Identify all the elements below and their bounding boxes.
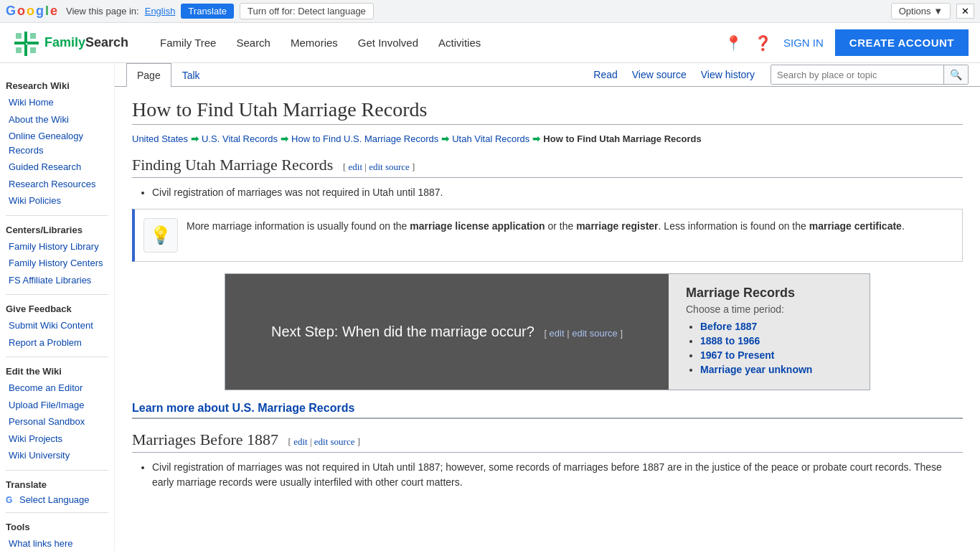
content-list-2: Civil registration of marriages was not … <box>132 460 963 490</box>
translate-bar: Google View this page in: English Transl… <box>0 0 980 23</box>
sign-in-link[interactable]: SIGN IN <box>783 37 824 49</box>
section1-edit-links: [ edit | edit source ] <box>343 161 415 172</box>
nav-right: 📍 ❓ SIGN IN CREATE ACCOUNT <box>725 29 969 56</box>
option-1888-1966[interactable]: 1888 to 1966 <box>700 335 760 347</box>
section1-edit-source-link[interactable]: edit source <box>369 161 410 172</box>
nav-links: Family Tree Search Memories Get Involved… <box>151 31 489 55</box>
decision-edit-source-link[interactable]: edit source <box>572 328 618 339</box>
select-language-link[interactable]: Select Language <box>17 493 93 507</box>
decision-option-4: Marriage year unknown <box>700 364 852 375</box>
decision-edit-link[interactable]: edit <box>550 328 565 339</box>
create-account-button[interactable]: CREATE ACCOUNT <box>835 29 969 56</box>
section1-title: Finding Utah Marriage Records [ edit | e… <box>132 156 963 178</box>
nav-memories[interactable]: Memories <box>282 31 347 55</box>
close-translate-button[interactable]: ✕ <box>956 4 974 19</box>
nav-activities[interactable]: Activities <box>430 31 489 55</box>
tab-talk[interactable]: Talk <box>171 63 211 87</box>
language-link[interactable]: English <box>145 6 176 17</box>
option-year-unknown[interactable]: Marriage year unknown <box>700 364 812 375</box>
sidebar-about-wiki[interactable]: About the Wiki <box>6 111 108 128</box>
breadcrumb-utah-vital-records[interactable]: Utah Vital Records <box>452 133 529 144</box>
sidebar-wiki-university[interactable]: Wiki University <box>6 447 108 464</box>
view-page-text: View this page in: <box>66 6 139 17</box>
content-list-1: Civil registration of marriages was not … <box>132 185 963 200</box>
main-navigation: FamilySearch Family Tree Search Memories… <box>0 23 980 63</box>
sidebar-report-problem[interactable]: Report a Problem <box>6 334 108 352</box>
section2-edit-links: [ edit | edit source ] <box>288 436 360 447</box>
decision-left: Next Step: When did the marriage occur? … <box>225 274 669 390</box>
nav-get-involved[interactable]: Get Involved <box>349 31 427 55</box>
breadcrumb-arrow-2: ➡ <box>281 133 288 144</box>
sidebar-submit-wiki[interactable]: Submit Wiki Content <box>6 317 108 334</box>
sidebar-personal-sandbox[interactable]: Personal Sandbox <box>6 413 108 430</box>
location-icon[interactable]: 📍 <box>725 34 743 52</box>
svg-rect-1 <box>24 32 27 43</box>
breadcrumb-arrow-1: ➡ <box>191 133 199 144</box>
option-before-1887[interactable]: Before 1887 <box>700 321 757 332</box>
help-icon[interactable]: ❓ <box>754 34 772 52</box>
sidebar-family-history-centers[interactable]: Family History Centers <box>6 255 108 272</box>
sidebar-research-resources[interactable]: Research Resources <box>6 176 108 193</box>
tab-view-history[interactable]: View history <box>694 63 762 86</box>
google-g-icon: G <box>6 495 12 505</box>
wiki-tabs: Page Talk Read View source View history … <box>115 63 980 87</box>
sidebar-wiki-projects[interactable]: Wiki Projects <box>6 430 108 448</box>
options-button[interactable]: Options ▼ <box>891 3 951 19</box>
decision-option-3: 1967 to Present <box>700 349 852 361</box>
main-content: Page Talk Read View source View history … <box>115 63 980 551</box>
turn-off-button[interactable]: Turn off for: Detect language <box>240 3 374 19</box>
tip-text: More marriage information is usually fou… <box>187 218 905 234</box>
wiki-search-input[interactable] <box>771 66 943 84</box>
section2-title: Marriages Before 1887 [ edit | edit sour… <box>132 430 963 453</box>
decision-right: Marriage Records Choose a time period: B… <box>669 274 870 390</box>
sidebar-wiki-home[interactable]: Wiki Home <box>6 94 108 111</box>
sidebar-online-genealogy[interactable]: Online Genealogy Records <box>6 128 108 159</box>
breadcrumb-united-states[interactable]: United States <box>132 133 188 144</box>
sidebar-divider-1 <box>6 215 108 216</box>
tip-box: 💡 More marriage information is usually f… <box>132 209 963 262</box>
breadcrumb: United States ➡ U.S. Vital Records ➡ How… <box>132 133 963 144</box>
sidebar-upload-file[interactable]: Upload File/Image <box>6 397 108 414</box>
tab-view-source[interactable]: View source <box>625 63 694 86</box>
svg-rect-4 <box>24 44 27 56</box>
article-title: How to Find Utah Marriage Records <box>132 98 963 125</box>
breadcrumb-us-marriage-records[interactable]: How to Find U.S. Marriage Records <box>291 133 438 144</box>
translate-button[interactable]: Translate <box>181 4 234 19</box>
tab-read[interactable]: Read <box>586 63 624 86</box>
sidebar-become-editor[interactable]: Become an Editor <box>6 380 108 397</box>
tab-page[interactable]: Page <box>126 63 171 87</box>
sidebar-section-translate: Translate <box>6 479 108 490</box>
tip-icon: 💡 <box>143 218 178 253</box>
sidebar-section-edit: Edit the Wiki <box>6 366 108 377</box>
learn-more-link[interactable]: Learn more about U.S. Marriage Records <box>132 402 963 415</box>
decision-right-subtitle: Choose a time period: <box>686 303 852 315</box>
sidebar-what-links-here[interactable]: What links here <box>6 535 108 551</box>
sidebar-wiki-policies[interactable]: Wiki Policies <box>6 192 108 209</box>
svg-rect-2 <box>14 42 26 44</box>
section1-edit-link[interactable]: edit <box>349 161 363 172</box>
wiki-search-box: 🔍 <box>771 65 969 85</box>
breadcrumb-arrow-3: ➡ <box>441 133 449 144</box>
sidebar-family-history-library[interactable]: Family History Library <box>6 238 108 255</box>
bullet-2: Civil registration of marriages was not … <box>152 460 963 490</box>
nav-family-tree[interactable]: Family Tree <box>151 31 225 55</box>
sidebar-guided-research[interactable]: Guided Research <box>6 159 108 176</box>
wiki-tab-right: Read View source View history 🔍 <box>586 63 969 86</box>
breadcrumb-us-vital-records[interactable]: U.S. Vital Records <box>202 133 278 144</box>
logo-link[interactable]: FamilySearch <box>11 29 128 57</box>
wiki-search-button[interactable]: 🔍 <box>943 65 968 84</box>
nav-search[interactable]: Search <box>227 31 279 55</box>
page-layout: Research Wiki Wiki Home About the Wiki O… <box>0 63 980 551</box>
decision-option-1: Before 1887 <box>700 321 852 332</box>
sidebar-section-research-wiki: Research Wiki <box>6 80 108 91</box>
section2-edit-source-link[interactable]: edit source <box>314 436 355 447</box>
article-content: How to Find Utah Marriage Records United… <box>115 87 980 507</box>
sidebar-fs-affiliate-libraries[interactable]: FS Affiliate Libraries <box>6 272 108 289</box>
sidebar-divider-5 <box>6 512 108 513</box>
option-1967-present[interactable]: 1967 to Present <box>700 349 775 361</box>
select-language-container[interactable]: G Select Language <box>6 493 108 507</box>
decision-left-text: Next Step: When did the marriage occur? … <box>271 324 623 340</box>
decision-option-2: 1888 to 1966 <box>700 335 852 347</box>
section2-edit-link[interactable]: edit <box>293 436 308 447</box>
svg-rect-5 <box>16 33 22 39</box>
